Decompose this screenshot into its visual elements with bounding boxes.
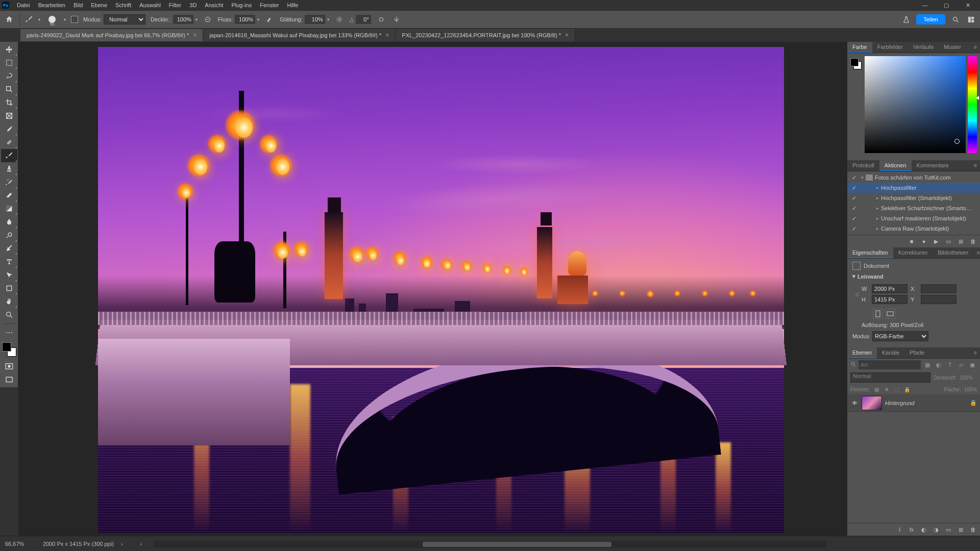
panel-fgbg-swatch[interactable] bbox=[850, 56, 863, 157]
maximize-button[interactable]: ▢ bbox=[936, 0, 957, 10]
gradient-tool[interactable] bbox=[1, 202, 17, 215]
action-item[interactable]: ✓▸Selektiver Scharfzeichner (Smarto… bbox=[847, 203, 980, 213]
delete-layer-icon[interactable]: 🗑 bbox=[969, 525, 977, 534]
close-button[interactable]: ✕ bbox=[958, 0, 978, 10]
menu-ebene[interactable]: Ebene bbox=[87, 1, 111, 9]
panel-menu-icon[interactable]: ≡ bbox=[971, 347, 980, 358]
lock-position-icon[interactable]: ✥ bbox=[883, 386, 890, 393]
panel-tab-protokoll[interactable]: Protokoll bbox=[847, 160, 879, 171]
action-set[interactable]: ✓▾Fotos schärfen von TutKit.com bbox=[847, 172, 980, 183]
menu-fenster[interactable]: Fenster bbox=[256, 1, 282, 9]
new-folder-icon[interactable]: ▭ bbox=[944, 237, 952, 245]
opacity-input[interactable] bbox=[173, 15, 193, 24]
lasso-tool[interactable] bbox=[1, 69, 17, 83]
close-tab-icon[interactable]: × bbox=[565, 32, 569, 39]
pressure-size-icon[interactable] bbox=[376, 14, 386, 24]
portrait-icon[interactable] bbox=[873, 309, 883, 319]
hue-slider[interactable] bbox=[968, 56, 977, 153]
menu-bearbeiten[interactable]: Bearbeiten bbox=[35, 1, 69, 9]
healing-tool[interactable] bbox=[1, 136, 17, 149]
menu-auswahl[interactable]: Auswahl bbox=[136, 1, 164, 9]
screen-mode-icon[interactable] bbox=[1, 374, 17, 385]
horizontal-scrollbar[interactable] bbox=[153, 541, 827, 548]
crop-tool[interactable] bbox=[1, 96, 17, 109]
layer-item[interactable]: 👁Hintergrund🔒 bbox=[847, 394, 980, 412]
menu-filter[interactable]: Filter bbox=[165, 1, 185, 9]
height-input[interactable] bbox=[872, 295, 908, 304]
edit-toolbar[interactable]: ⋯ bbox=[1, 326, 17, 339]
lock-all-icon[interactable]: 🔒 bbox=[903, 386, 911, 393]
blur-tool[interactable] bbox=[1, 215, 17, 229]
panel-tab-korrekturen[interactable]: Korrekturen bbox=[893, 247, 933, 258]
foreground-background-colors[interactable] bbox=[2, 342, 16, 357]
action-item[interactable]: ✓▸Hochpassfilter bbox=[847, 183, 980, 193]
landscape-icon[interactable] bbox=[885, 309, 895, 319]
panel-menu-icon[interactable]: ≡ bbox=[971, 42, 980, 53]
blend-mode-select[interactable]: Normal bbox=[104, 14, 145, 24]
canvas-area[interactable] bbox=[18, 42, 847, 536]
filter-type-icon[interactable]: T bbox=[945, 360, 954, 369]
pressure-opacity-icon[interactable] bbox=[203, 14, 213, 24]
action-item[interactable]: ✓▸Camera Raw (Smartobjekt) bbox=[847, 223, 980, 234]
frame-tool[interactable] bbox=[1, 109, 17, 122]
stop-icon[interactable]: ■ bbox=[908, 237, 916, 245]
menu-hilfe[interactable]: Hilfe bbox=[283, 1, 302, 9]
panel-tab-verläufe[interactable]: Verläufe bbox=[908, 42, 939, 53]
stamp-tool[interactable] bbox=[1, 162, 17, 176]
delete-icon[interactable]: 🗑 bbox=[969, 237, 977, 245]
layer-filter-input[interactable] bbox=[859, 360, 921, 369]
menu-datei[interactable]: Datei bbox=[13, 1, 34, 9]
smoothing-input[interactable] bbox=[305, 15, 325, 24]
brush-preview[interactable]: 50 bbox=[45, 13, 59, 26]
eyedropper-tool[interactable] bbox=[1, 122, 17, 136]
link-layers-icon[interactable]: ⌇ bbox=[895, 525, 903, 534]
selection-tool[interactable] bbox=[1, 83, 17, 96]
opacity-dropdown[interactable]: ▾ bbox=[195, 17, 198, 22]
move-tool[interactable] bbox=[1, 43, 17, 56]
menu-schrift[interactable]: Schrift bbox=[112, 1, 135, 9]
menu-bild[interactable]: Bild bbox=[70, 1, 86, 9]
document-tab[interactable]: japan-2014618_Masashi Wakui auf Pixabay.… bbox=[203, 29, 396, 41]
brush-panel-toggle-icon[interactable] bbox=[71, 16, 78, 23]
filter-pixel-icon[interactable]: ▦ bbox=[923, 360, 932, 369]
tool-preset-dropdown[interactable]: ▾ bbox=[38, 17, 40, 22]
canvas-section[interactable]: ▾Leinwand bbox=[852, 273, 975, 280]
zoom-level[interactable]: 66,67% bbox=[5, 541, 36, 547]
filter-adjust-icon[interactable]: ◐ bbox=[934, 360, 943, 369]
close-tab-icon[interactable]: × bbox=[385, 32, 389, 39]
action-item[interactable]: ✓▸Unscharf maskieren (Smartobjekt) bbox=[847, 213, 980, 223]
width-input[interactable] bbox=[872, 284, 908, 293]
document-canvas[interactable] bbox=[98, 47, 784, 533]
new-action-icon[interactable]: ⊞ bbox=[957, 237, 965, 245]
pen-tool[interactable] bbox=[1, 242, 17, 255]
record-icon[interactable]: ● bbox=[920, 237, 928, 245]
group-icon[interactable]: ▭ bbox=[944, 525, 952, 534]
home-icon[interactable] bbox=[4, 14, 14, 24]
dodge-tool[interactable] bbox=[1, 229, 17, 242]
close-tab-icon[interactable]: × bbox=[193, 32, 197, 39]
brush-tool[interactable] bbox=[1, 149, 17, 162]
menu-plug-ins[interactable]: Plug-ins bbox=[228, 1, 255, 9]
type-tool[interactable] bbox=[1, 255, 17, 268]
fx-icon[interactable]: fx bbox=[908, 525, 916, 534]
quick-mask-icon[interactable] bbox=[1, 361, 17, 372]
panel-tab-eigenschaften[interactable]: Eigenschaften bbox=[847, 247, 893, 258]
hand-tool[interactable] bbox=[1, 295, 17, 308]
panel-tab-ebenen[interactable]: Ebenen bbox=[847, 347, 877, 358]
panel-tab-farbe[interactable]: Farbe bbox=[847, 42, 872, 53]
saturation-brightness-picker[interactable] bbox=[865, 56, 966, 153]
panel-menu-icon[interactable]: ≡ bbox=[971, 160, 980, 171]
status-chevron-icon[interactable]: › bbox=[121, 541, 123, 547]
flow-input[interactable] bbox=[235, 15, 255, 24]
zoom-tool[interactable] bbox=[1, 308, 17, 321]
status-prev-icon[interactable]: ‹ bbox=[140, 541, 142, 547]
beaker-icon[interactable] bbox=[901, 14, 911, 24]
menu-ansicht[interactable]: Ansicht bbox=[201, 1, 227, 9]
panel-tab-kanäle[interactable]: Kanäle bbox=[877, 347, 904, 358]
document-tab[interactable]: PXL_20230422_122623454.PORTRAIT.jpg bei … bbox=[396, 29, 575, 41]
search-icon[interactable] bbox=[950, 14, 961, 24]
link-dimensions-icon[interactable]: ⎚ bbox=[852, 291, 862, 297]
lock-artboard-icon[interactable]: ⬚ bbox=[893, 386, 900, 393]
angle-input[interactable] bbox=[356, 15, 371, 24]
panel-menu-icon[interactable]: ≡ bbox=[973, 247, 980, 258]
